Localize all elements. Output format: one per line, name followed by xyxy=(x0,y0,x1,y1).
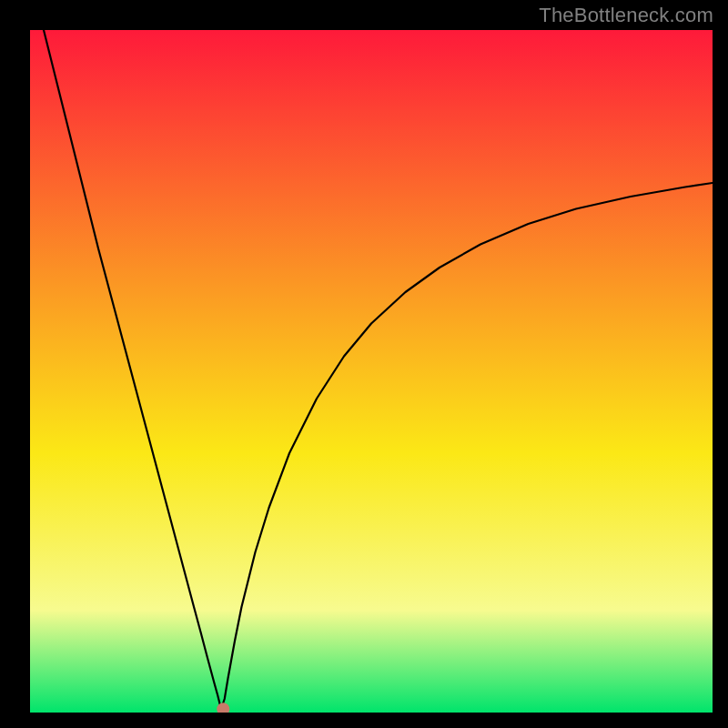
gradient-background xyxy=(30,30,713,713)
watermark-text: TheBottleneck.com xyxy=(539,4,713,27)
bottleneck-chart xyxy=(30,30,713,713)
chart-frame: TheBottleneck.com xyxy=(0,0,728,728)
